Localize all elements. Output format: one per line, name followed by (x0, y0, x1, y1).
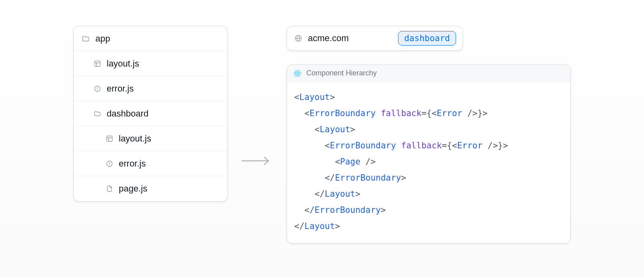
file-label: error.js (119, 158, 146, 169)
code-block: <Layout> <ErrorBoundary fallback={<Error… (287, 82, 570, 243)
file-label: layout.js (107, 58, 139, 69)
component-hierarchy-panel: Component Hierarchy <Layout> <ErrorBound… (287, 65, 571, 244)
file-label: layout.js (119, 133, 151, 144)
layout-icon (106, 135, 113, 142)
file-tree-root-label: app (95, 33, 110, 44)
file-tree-item[interactable]: layout.js (74, 51, 227, 76)
file-tree-item[interactable]: page.js (74, 176, 227, 201)
file-tree-panel: app layout.js error.js dashboard layout.… (73, 26, 228, 202)
error-icon (94, 85, 101, 92)
svg-point-11 (109, 165, 109, 165)
folder-icon (94, 110, 101, 117)
folder-icon (82, 35, 90, 43)
globe-icon (294, 34, 302, 42)
file-tree-item[interactable]: error.js (74, 76, 227, 101)
react-icon (293, 69, 301, 77)
panel-header: Component Hierarchy (287, 65, 570, 82)
svg-rect-0 (95, 61, 100, 67)
file-tree-item[interactable]: error.js (74, 151, 227, 176)
error-icon (106, 160, 113, 167)
url-segment-badge: dashboard (398, 31, 456, 46)
svg-point-5 (97, 90, 97, 90)
arrow-right-icon (241, 156, 271, 169)
layout-icon (94, 60, 101, 67)
file-label: page.js (119, 183, 147, 194)
url-host: acme.com (308, 33, 349, 44)
file-label: dashboard (107, 108, 149, 119)
file-label: error.js (107, 83, 134, 94)
file-tree-root[interactable]: app (74, 26, 227, 51)
file-icon (106, 185, 113, 192)
file-tree-item[interactable]: dashboard (74, 101, 227, 126)
file-tree-item[interactable]: layout.js (74, 126, 227, 151)
svg-rect-6 (107, 136, 112, 142)
url-bar: acme.com dashboard (287, 26, 463, 51)
svg-point-16 (297, 73, 298, 74)
panel-title: Component Hierarchy (306, 69, 377, 77)
